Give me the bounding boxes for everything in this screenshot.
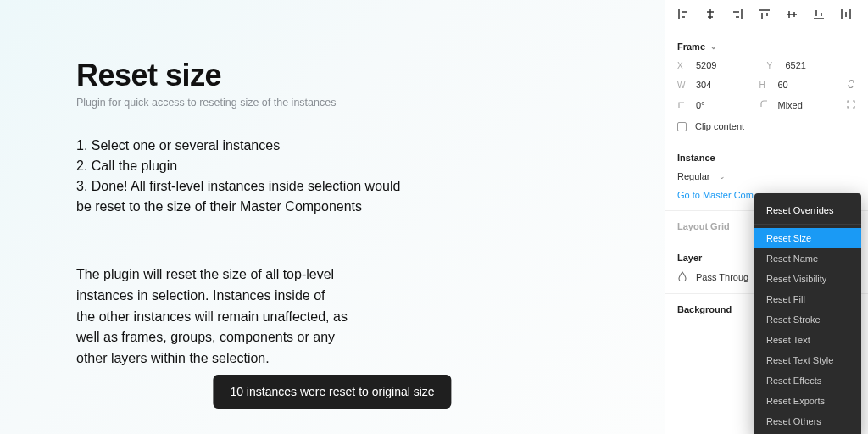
frame-type-dropdown[interactable]: Frame ⌄ (677, 42, 856, 52)
clip-content-label: Clip content (695, 121, 744, 131)
variant-dropdown[interactable]: Regular ⌄ (677, 171, 856, 181)
clip-content-checkbox[interactable] (677, 122, 687, 131)
y-field[interactable]: Y6521 (767, 60, 857, 70)
chevron-down-icon: ⌄ (710, 42, 717, 51)
align-left-icon[interactable] (677, 8, 689, 22)
distribute-icon[interactable] (840, 8, 852, 22)
menu-item-reset-stroke[interactable]: Reset Stroke (754, 309, 861, 330)
x-field[interactable]: X5209 (677, 60, 767, 70)
step-item: 2. Call the plugin (76, 156, 415, 176)
blend-icon (677, 271, 687, 283)
rotation-field[interactable]: 0° (677, 99, 760, 111)
x-value: 5209 (696, 60, 716, 70)
corner-radius-field[interactable]: Mixed (760, 99, 842, 111)
variant-value: Regular (677, 171, 710, 181)
menu-item-reset-exports[interactable]: Reset Exports (754, 391, 861, 411)
align-bottom-icon[interactable] (813, 8, 825, 22)
y-value: 6521 (786, 60, 806, 70)
chevron-down-icon: ⌄ (719, 172, 726, 181)
properties-panel: ⌄ Frame ⌄ X5209 Y6521 W304 H60 0° Mixed … (665, 0, 868, 434)
instance-label: Instance (677, 153, 856, 163)
corner-value: Mixed (778, 100, 803, 110)
align-vcenter-icon[interactable] (786, 8, 798, 22)
reset-overrides-menu: Reset Overrides Reset Size Reset Name Re… (754, 193, 861, 434)
description: The plugin will reset the size of all to… (76, 264, 348, 370)
menu-header: Reset Overrides (754, 198, 861, 220)
menu-item-reset-effects[interactable]: Reset Effects (754, 370, 861, 391)
page-subtitle: Plugin for quick access to reseting size… (76, 97, 588, 108)
align-right-icon[interactable] (732, 8, 743, 22)
constrain-proportions-icon[interactable] (846, 79, 856, 91)
menu-item-reset-others[interactable]: Reset Others (754, 411, 861, 431)
independent-corners-icon[interactable] (846, 99, 856, 111)
menu-item-reset-size[interactable]: Reset Size (754, 228, 861, 248)
go-to-master-link[interactable]: Go to Master Com (677, 190, 754, 200)
instruction-steps: 1. Select one or several instances 2. Ca… (76, 136, 415, 217)
frame-label: Frame (677, 42, 705, 52)
frame-section: Frame ⌄ X5209 Y6521 W304 H60 0° Mixed Cl… (665, 31, 868, 142)
step-item: 3. Done! All first-level instances insid… (76, 176, 415, 217)
page-title: Reset size (76, 58, 588, 93)
h-field[interactable]: H60 (760, 79, 842, 91)
menu-item-reset-text-style[interactable]: Reset Text Style (754, 350, 861, 370)
menu-item-reset-fill[interactable]: Reset Fill (754, 289, 861, 309)
align-top-icon[interactable] (759, 8, 771, 22)
rotation-value: 0° (696, 100, 705, 110)
step-item: 1. Select one or several instances (76, 136, 415, 156)
menu-item-reset-text[interactable]: Reset Text (754, 330, 861, 350)
menu-item-reset-visibility[interactable]: Reset Visibility (754, 269, 861, 289)
alignment-toolbar: ⌄ (665, 0, 868, 31)
menu-item-reset-name[interactable]: Reset Name (754, 248, 861, 269)
h-value: 60 (778, 80, 788, 90)
blend-value: Pass Throug (696, 272, 748, 282)
w-field[interactable]: W304 (677, 79, 760, 91)
canvas-area: Reset size Plugin for quick access to re… (0, 0, 665, 434)
menu-separator (754, 224, 861, 225)
align-hcenter-icon[interactable] (704, 8, 716, 22)
w-value: 304 (696, 80, 711, 90)
toast-message: 10 instances were reset to original size (213, 375, 451, 409)
